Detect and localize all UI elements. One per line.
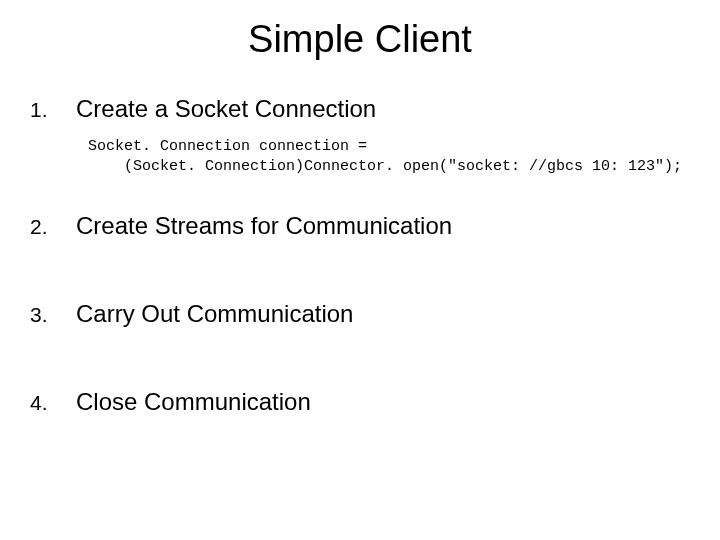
list-item: 3. Carry Out Communication [30, 300, 690, 328]
list-item: 1. Create a Socket Connection [30, 95, 690, 123]
item-number: 4. [30, 391, 76, 415]
slide-title: Simple Client [30, 18, 690, 61]
spacer [30, 254, 690, 300]
item-number: 3. [30, 303, 76, 327]
item-label: Create Streams for Communication [76, 212, 452, 240]
spacer [30, 342, 690, 388]
list-item: 4. Close Communication [30, 388, 690, 416]
list-item: 2. Create Streams for Communication [30, 212, 690, 240]
item-label: Carry Out Communication [76, 300, 353, 328]
slide: Simple Client 1. Create a Socket Connect… [0, 0, 720, 540]
item-label: Create a Socket Connection [76, 95, 376, 123]
item-number: 2. [30, 215, 76, 239]
item-label: Close Communication [76, 388, 311, 416]
item-number: 1. [30, 98, 76, 122]
code-snippet: Socket. Connection connection = (Socket.… [88, 137, 690, 178]
